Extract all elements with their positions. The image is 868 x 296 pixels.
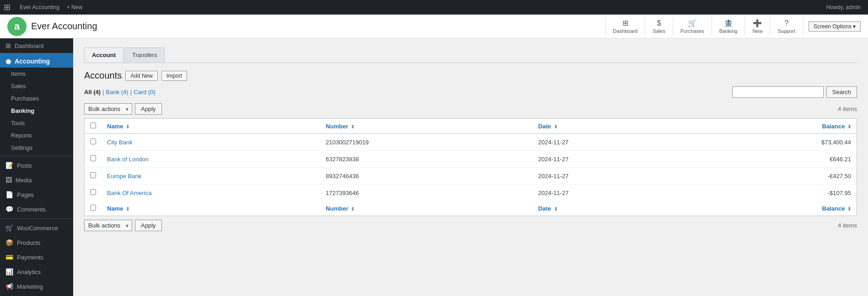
filter-card[interactable]: Card (0) [134, 89, 155, 95]
wp-new-item[interactable]: + New [63, 4, 86, 11]
search-button[interactable]: Search [826, 86, 857, 98]
tfoot-name-sort: ⇕ [126, 206, 129, 211]
nav-sales[interactable]: $ Sales [645, 17, 673, 36]
import-button[interactable]: Import [161, 71, 187, 81]
sidebar-item-products[interactable]: 📦 Products [0, 235, 73, 250]
bulk-actions-select-bottom[interactable]: Bulk actions [84, 220, 132, 231]
row-checkbox-3[interactable] [90, 189, 96, 195]
sidebar-item-comments[interactable]: 💬 Comments [0, 202, 73, 217]
account-balance-2: -€427.50 [696, 168, 857, 185]
search-input[interactable] [732, 86, 824, 98]
nav-purchases[interactable]: 🛒 Purchases [673, 17, 712, 36]
tab-account[interactable]: Account [84, 48, 123, 63]
wp-site-name[interactable]: Ever Accounting [16, 4, 63, 11]
posts-icon: 📝 [5, 162, 13, 169]
sidebar-item-media[interactable]: 🖼 Media [0, 173, 73, 187]
col-header-balance[interactable]: Balance ⇕ [696, 119, 857, 134]
col-header-cb [85, 119, 102, 134]
tfoot-date[interactable]: Date ⇕ [533, 201, 696, 216]
plugin-title: Ever Accounting [31, 21, 97, 32]
wp-user-menu[interactable]: Howdy, admin [823, 4, 864, 11]
account-link-0[interactable]: City Bank [107, 139, 133, 146]
tfoot-number[interactable]: Number ⇕ [320, 201, 532, 216]
filter-all[interactable]: All (4) [84, 89, 101, 95]
filter-links: All (4) | Bank (4) | Card (0) [84, 89, 155, 95]
sidebar-sub-settings[interactable]: Settings [0, 142, 73, 154]
col-header-number[interactable]: Number ⇕ [320, 119, 532, 134]
woocommerce-icon: 🛒 [5, 224, 13, 232]
comments-icon: 💬 [5, 206, 13, 213]
account-link-2[interactable]: Europe Bank [107, 173, 141, 180]
table-row: Europe Bank 8932746436 2024-11-27 -€427.… [85, 168, 857, 185]
pages-icon: 📄 [5, 191, 13, 198]
account-number-2: 8932746436 [320, 168, 532, 185]
page-title-row: Accounts Add New Import [84, 70, 857, 81]
screen-options-button[interactable]: Screen Options ▾ [809, 21, 861, 32]
products-icon: 📦 [5, 239, 13, 246]
bulk-actions-select-top[interactable]: Bulk actions [84, 103, 132, 115]
sidebar-sub-items[interactable]: Items [0, 68, 73, 80]
sidebar-item-woocommerce[interactable]: 🛒 WooCommerce [0, 221, 73, 235]
marketing-icon: 📢 [5, 283, 13, 290]
search-row: Search [732, 86, 857, 98]
bulk-actions-top: Bulk actions ▼ Apply 4 items [84, 103, 857, 115]
tfoot-number-sort: ⇕ [351, 206, 354, 211]
sidebar-item-payments[interactable]: 💳 Payments [0, 250, 73, 264]
col-header-name[interactable]: Name ⇕ [102, 119, 320, 134]
items-count-bottom: 4 items [838, 222, 857, 229]
wp-logo[interactable]: ⊞ [4, 2, 11, 12]
table-row: Bank of London 6327823838 2024-11-27 €64… [85, 151, 857, 168]
add-new-button[interactable]: Add New [125, 71, 158, 81]
apply-button-top[interactable]: Apply [135, 103, 162, 115]
account-number-0: 2103002719019 [320, 134, 532, 151]
account-date-1: 2024-11-27 [533, 151, 696, 168]
account-balance-1: €646.21 [696, 151, 857, 168]
bulk-left-bottom: Bulk actions ▼ Apply [84, 220, 162, 231]
select-all-checkbox[interactable] [90, 122, 96, 128]
filter-row: All (4) | Bank (4) | Card (0) Search [84, 86, 857, 98]
sidebar-sub-tools[interactable]: Tools [0, 117, 73, 129]
table-row: Bank Of America 1727393646 2024-11-27 -$… [85, 185, 857, 201]
sidebar-sub-purchases[interactable]: Purchases [0, 92, 73, 105]
tfoot-date-sort: ⇕ [554, 206, 557, 211]
sidebar-sub-reports[interactable]: Reports [0, 129, 73, 142]
sidebar-item-marketing[interactable]: 📢 Marketing [0, 279, 73, 294]
tfoot-name[interactable]: Name ⇕ [102, 201, 320, 216]
account-number-1: 6327823838 [320, 151, 532, 168]
sidebar-item-posts[interactable]: 📝 Posts [0, 158, 73, 173]
nav-dashboard[interactable]: ⊞ Dashboard [605, 17, 645, 36]
account-link-3[interactable]: Bank Of America [107, 190, 152, 196]
sidebar-sub-sales[interactable]: Sales [0, 80, 73, 92]
nav-new[interactable]: ➕ New [745, 17, 770, 36]
accounts-table: Name ⇕ Number ⇕ Date ⇕ Balance ⇕ [84, 118, 857, 216]
sidebar-divider-2 [0, 218, 73, 219]
filter-bank[interactable]: Bank (4) [106, 89, 129, 95]
select-all-checkbox-bottom[interactable] [90, 205, 96, 211]
name-sort-icon: ⇕ [126, 124, 129, 129]
row-checkbox-2[interactable] [90, 172, 96, 178]
tab-transfers[interactable]: Transfers [124, 48, 165, 63]
plugin-nav: ⊞ Dashboard $ Sales 🛒 Purchases 🏦 Bankin… [605, 17, 803, 36]
page-title: Accounts [84, 70, 122, 81]
items-count-top: 4 items [838, 106, 857, 112]
nav-support[interactable]: ? Support [770, 17, 803, 36]
sidebar-item-pages[interactable]: 📄 Pages [0, 187, 73, 202]
filter-sep-1: | [102, 89, 104, 95]
row-checkbox-0[interactable] [90, 138, 96, 144]
account-date-3: 2024-11-27 [533, 185, 696, 201]
account-number-3: 1727393646 [320, 185, 532, 201]
col-header-date[interactable]: Date ⇕ [533, 119, 696, 134]
sidebar-item-analytics[interactable]: 📊 Analytics [0, 264, 73, 279]
sidebar-sub-banking[interactable]: Banking [0, 105, 73, 117]
accounting-icon: ◉ [5, 58, 11, 65]
nav-banking[interactable]: 🏦 Banking [712, 17, 745, 36]
apply-button-bottom[interactable]: Apply [135, 220, 162, 231]
plugin-logo: a [7, 17, 27, 36]
row-checkbox-1[interactable] [90, 155, 96, 161]
tfoot-cb [85, 201, 102, 216]
sidebar-item-dashboard[interactable]: ⊞ Dashboard [0, 38, 73, 53]
tfoot-balance[interactable]: Balance ⇕ [696, 201, 857, 216]
account-balance-3: -$107.95 [696, 185, 857, 201]
sidebar-item-accounting[interactable]: ◉ Accounting [0, 53, 73, 68]
account-link-1[interactable]: Bank of London [107, 156, 149, 163]
